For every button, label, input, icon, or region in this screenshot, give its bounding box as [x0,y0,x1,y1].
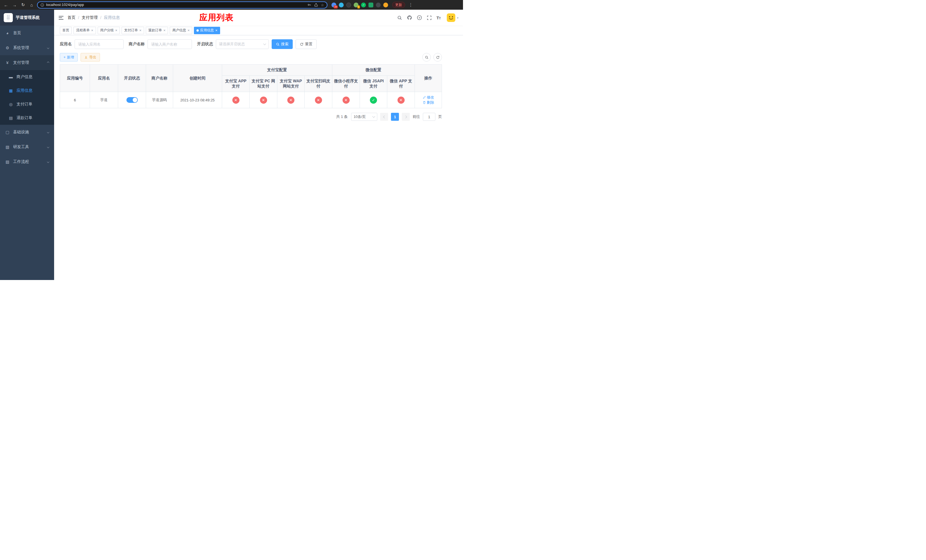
sidebar-item-label: 系统管理 [13,45,29,50]
close-icon[interactable]: × [91,29,94,32]
col-alipay-qr: 支付宝扫码支付 [305,76,332,92]
chrome-profile-avatar[interactable] [383,3,388,8]
tab-merchant-info[interactable]: 商户信息 × [170,27,192,34]
sidebar-item-system[interactable]: ⚙ 系统管理 [0,41,54,55]
sidebar-item-merchant-info[interactable]: ▬ 商户信息 [0,70,54,84]
close-icon[interactable]: × [215,29,218,32]
share-icon[interactable] [314,3,318,7]
breadcrumb-item[interactable]: 首页 [68,15,76,20]
sidebar-item-label: 工作流程 [13,159,29,164]
forward-icon[interactable]: → [11,2,18,8]
sidebar-collapse-icon[interactable] [59,16,64,20]
extension-green-square-icon[interactable] [368,3,373,8]
goto-page-input[interactable] [423,113,436,121]
page-title: 应用列表 [199,12,233,23]
sidebar-item-label: 退款订单 [17,115,32,121]
order-icon: ◎ [9,102,13,106]
sidebar-logo[interactable]: 芋道管理系统 [0,10,54,26]
sidebar-item-app-info[interactable]: ▦ 应用信息 [0,84,54,97]
github-icon[interactable] [407,15,412,20]
merchant-name-input[interactable] [147,39,192,49]
fullscreen-icon[interactable] [427,15,432,20]
close-icon[interactable]: × [163,29,166,32]
bookmark-star-icon[interactable]: ☆ [321,3,324,7]
extension-dark-icon[interactable] [346,3,351,8]
help-icon[interactable]: ? [417,15,422,20]
page-content: 应用名 商户名称 开启状态 请选择开启状态 搜索 重置 [54,35,463,121]
home-icon[interactable]: ⌂ [29,2,35,8]
tab-pay-orders[interactable]: 支付订单 × [122,27,144,34]
col-alipay-wap: 支付宝 WAP 网站支付 [277,76,305,92]
table-toolbar: + 新增 导出 [60,53,442,62]
alipay-wap-status-icon: ✕ [287,97,294,104]
font-size-icon[interactable]: TT [437,15,441,20]
app-frame: 芋道管理系统 ◕ 首页 ⚙ 系统管理 ¥ 支付管理 ▬ 商户信息 ▦ 应用信息 [0,10,463,280]
tab-user-group[interactable]: 用户分组 × [98,27,120,34]
chrome-update-button[interactable]: 更新 [392,2,405,8]
table-row: 6 芋道 芋道源码 2021-10-23 08:49:25 ✕ ✕ ✕ ✕ ✕ … [60,92,442,108]
toggle-search-button[interactable] [422,53,431,62]
delete-button[interactable]: 删除 [422,100,434,105]
extension-drop-icon[interactable] [339,3,344,8]
col-app-id: 应用编号 [60,65,90,92]
status-toggle[interactable] [126,97,138,103]
sidebar-item-label: 应用信息 [17,88,32,93]
chevron-down-icon [47,131,49,133]
sidebar-item-label: 基础设施 [13,130,29,135]
tab-label: 退款订单 [148,28,162,33]
extension-avatar-icon[interactable]: 1 [354,3,359,8]
export-button[interactable]: 导出 [80,53,100,62]
sidebar-item-dev-tools[interactable]: ▧ 研发工具 [0,139,54,154]
page-size-select[interactable]: 10条/页 [351,113,377,121]
col-wx-mini: 微信小程序支付 [332,76,360,92]
sidebar-item-infrastructure[interactable]: ▢ 基础设施 [0,125,54,139]
cell-created: 2021-10-23 08:49:25 [173,92,222,108]
close-icon[interactable]: × [139,29,142,32]
next-page-button[interactable] [402,113,410,121]
sidebar-item-workflow[interactable]: ▨ 工作流程 [0,154,54,169]
extension-puzzle-icon[interactable]: 10 [331,3,336,8]
user-menu[interactable]: ▾ [447,14,458,22]
extension-wechat-icon[interactable]: ✓ [361,3,366,8]
prev-page-button[interactable] [380,113,388,121]
address-bar[interactable]: localhost:1024/pay/app ☆ [37,2,327,9]
reset-button[interactable]: 重置 [295,39,317,49]
password-key-icon[interactable] [307,3,311,7]
site-info-icon[interactable] [41,3,44,7]
reload-icon[interactable]: ↻ [20,2,26,8]
active-dot-icon [197,29,199,32]
logo-rabbit-icon [4,13,13,22]
cell-app-id: 6 [60,92,90,108]
header-search-icon[interactable] [397,15,402,20]
close-icon[interactable]: × [115,29,118,32]
sidebar-item-refund-orders[interactable]: ▤ 退款订单 [0,111,54,125]
app-name-input[interactable] [75,39,124,49]
back-icon[interactable]: ← [3,2,9,8]
sidebar-item-payment[interactable]: ¥ 支付管理 [0,55,54,70]
breadcrumb-item-current: 应用信息 [104,15,120,20]
close-icon[interactable]: × [188,29,190,32]
sidebar-item-home[interactable]: ◕ 首页 [0,26,54,41]
edit-button[interactable]: 修改 [422,95,434,100]
reset-button-label: 重置 [305,42,312,47]
alipay-pc-status-icon: ✕ [260,97,267,104]
tab-home[interactable]: 首页 [60,27,72,34]
breadcrumb-separator: / [78,15,79,20]
url-text: localhost:1024/pay/app [46,3,84,7]
tab-app-info[interactable]: 应用信息 × [194,27,220,34]
tab-refund-orders[interactable]: 退款订单 × [146,27,168,34]
add-button[interactable]: + 新增 [60,53,78,62]
extension-pin-icon[interactable] [376,3,381,8]
gear-icon: ⚙ [5,45,10,50]
tab-process-form[interactable]: 流程表单 × [73,27,96,34]
extensions-cluster: 10 1 ✓ [331,3,388,8]
sidebar-item-pay-orders[interactable]: ◎ 支付订单 [0,97,54,111]
chrome-menu-icon[interactable]: ⋮ [407,2,414,8]
search-button[interactable]: 搜索 [272,39,293,49]
status-select[interactable]: 请选择开启状态 [216,39,269,49]
sidebar-item-label: 商户信息 [17,74,32,79]
breadcrumb-item[interactable]: 支付管理 [82,15,98,20]
current-page[interactable]: 1 [391,113,399,121]
sidebar-item-label: 研发工具 [13,144,29,150]
refresh-table-button[interactable] [433,53,442,62]
